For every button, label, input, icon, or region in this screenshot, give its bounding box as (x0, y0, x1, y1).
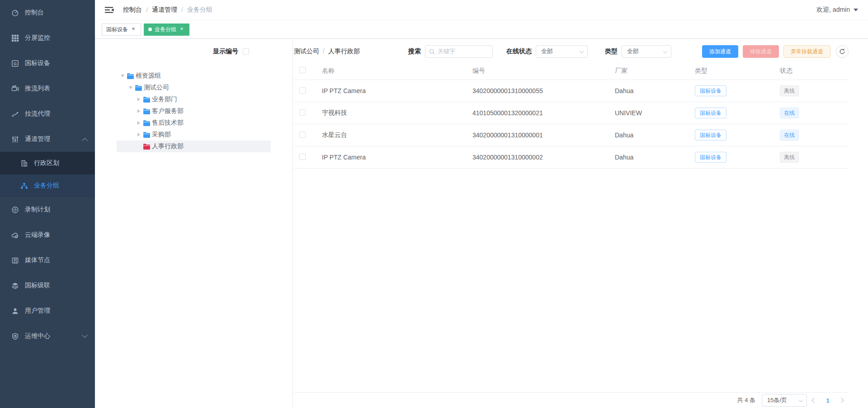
breadcrumb-item-console[interactable]: 控制台 (123, 6, 142, 14)
channel-mgmt-submenu: 行政区划 业务分组 (0, 152, 95, 197)
type-tag[interactable]: 国标设备 (695, 108, 726, 118)
sidebar-item-gb-cascade[interactable]: 国标级联 (0, 273, 95, 298)
breadcrumb-item-channel-mgmt[interactable]: 通道管理 (152, 6, 177, 14)
remove-channel-button[interactable]: 移除通道 (743, 45, 779, 58)
refresh-button[interactable] (836, 45, 849, 58)
page-size-select[interactable]: 15条/页 (762, 394, 807, 407)
sidebar-item-split-monitor[interactable]: 分屏监控 (0, 25, 95, 51)
online-status-label: 在线状态 (506, 47, 532, 56)
col-status: 状态 (780, 67, 849, 75)
col-name: 名称 (322, 67, 472, 75)
type-select[interactable]: 全部 (622, 45, 671, 58)
type-tag[interactable]: 国标设备 (695, 130, 726, 141)
sidebar-item-pull-proxy[interactable]: 拉流代理 (0, 101, 95, 127)
sidebar-item-channel-mgmt[interactable]: 通道管理 (0, 127, 95, 152)
next-page-button[interactable] (834, 399, 849, 402)
sidebar-item-user-mgmt[interactable]: 用户管理 (0, 298, 95, 324)
type-tag[interactable]: 国标设备 (695, 152, 726, 163)
table-row[interactable]: 水星云台 34020000001310000001 Dahua 国标设备 在线 (294, 124, 849, 146)
table-row[interactable]: IP PTZ Camera 34020000001310000055 Dahua… (294, 80, 849, 102)
select-all-checkbox[interactable] (299, 67, 306, 73)
sidebar-item-label: 国标级联 (25, 281, 50, 290)
sidebar-item-cloud-record[interactable]: 云端录像 (0, 222, 95, 248)
menu-fold-icon[interactable] (105, 6, 114, 14)
type-value: 全部 (627, 47, 639, 56)
row-checkbox[interactable] (299, 109, 306, 116)
status-badge: 离线 (780, 85, 799, 96)
pagination-bar: 共 4 条 15条/页 1 (294, 392, 849, 408)
tree-node-purchasing[interactable]: 采购部 (117, 129, 271, 141)
tree-node-aftersales-tech[interactable]: 售后技术部 (117, 117, 271, 129)
online-status-select[interactable]: 全部 (536, 45, 588, 58)
search-input[interactable]: 关键字 (425, 45, 493, 58)
sidebar-item-admin-region[interactable]: 行政区划 (0, 152, 95, 174)
tab-business-group[interactable]: 业务分组 × (144, 23, 189, 36)
cell-code: 41010500001320000021 (472, 109, 615, 117)
cell-code: 34020000001310000002 (472, 154, 615, 161)
breadcrumb-item-business-group: 业务分组 (187, 6, 212, 14)
search-placeholder: 关键字 (438, 47, 455, 56)
add-channel-button[interactable]: 添加通道 (702, 45, 738, 58)
active-dot-icon (148, 28, 152, 31)
resource-tree: 根资源组 测试公司 业务部门 客户服务部 售后技术部 (117, 70, 271, 152)
caret-down-icon[interactable] (127, 86, 135, 89)
breadcrumb-separator: / (181, 6, 183, 14)
current-page[interactable]: 1 (821, 397, 834, 404)
sidebar-item-label: 控制台 (25, 9, 44, 17)
user-icon (11, 307, 19, 315)
folder-icon (143, 143, 151, 150)
user-menu[interactable]: 欢迎, admin (816, 6, 858, 14)
sidebar-item-gb-device[interactable]: G 国标设备 (0, 51, 95, 76)
tree-node-business-dept[interactable]: 业务部门 (117, 94, 271, 105)
type-tag[interactable]: 国标设备 (695, 85, 726, 96)
tree-node-hr-admin[interactable]: 人事行政部 (117, 141, 271, 152)
col-vendor: 厂家 (615, 67, 695, 75)
cell-name: IP PTZ Camera (322, 154, 472, 161)
sidebar-item-push-list[interactable]: 推流列表 (0, 76, 95, 101)
row-checkbox[interactable] (299, 131, 306, 138)
row-checkbox[interactable] (299, 87, 306, 94)
sidebar-item-label: 媒体节点 (25, 256, 50, 264)
abnormal-mount-channel-button[interactable]: 异常挂载通道 (783, 45, 830, 58)
tab-label: 国标设备 (106, 26, 128, 33)
caret-right-icon[interactable] (135, 133, 143, 136)
cell-name: 宇视科技 (322, 109, 472, 117)
sidebar-item-business-group[interactable]: 业务分组 (0, 174, 95, 197)
tree-node-company[interactable]: 测试公司 (117, 82, 271, 94)
folder-icon (143, 131, 151, 138)
sidebar-item-record-plan[interactable]: 录制计划 (0, 197, 95, 222)
cell-code: 34020000001310000055 (472, 87, 615, 94)
caret-down-icon (854, 9, 858, 11)
folder-icon (143, 96, 151, 103)
tab-gb-device[interactable]: 国标设备 × (102, 23, 141, 36)
sidebar-item-label: 拉流代理 (25, 110, 50, 118)
cell-vendor: Dahua (615, 154, 695, 161)
prev-page-button[interactable] (807, 399, 821, 402)
caret-right-icon[interactable] (135, 121, 143, 125)
caret-right-icon[interactable] (135, 109, 143, 113)
table-row[interactable]: 宇视科技 41010500001320000021 UNIVIEW 国标设备 在… (294, 102, 849, 124)
sidebar-item-label: 通道管理 (25, 135, 50, 143)
sidebar-item-console[interactable]: 控制台 (0, 0, 95, 25)
caret-down-icon[interactable] (118, 75, 127, 77)
chevron-down-icon (580, 49, 584, 53)
show-code-label: 显示编号 (213, 47, 238, 56)
tree-node-root[interactable]: 根资源组 (117, 70, 271, 82)
sidebar-item-label: 推流列表 (25, 84, 50, 93)
sidebar-item-label: 云端录像 (25, 231, 50, 239)
show-code-checkbox[interactable] (243, 48, 249, 55)
breadcrumb-separator: / (146, 6, 148, 14)
tree-node-customer-service[interactable]: 客户服务部 (117, 105, 271, 117)
close-icon[interactable]: × (179, 26, 185, 33)
sidebar-item-media-node[interactable]: 媒体节点 (0, 248, 95, 273)
tree-node-label: 测试公司 (144, 84, 169, 92)
cell-vendor: UNIVIEW (615, 109, 695, 117)
layers-icon (11, 281, 19, 290)
sidebar-item-ops-center[interactable]: 运维中心 (0, 324, 95, 349)
row-checkbox[interactable] (299, 154, 306, 160)
show-code-row: 显示编号 (95, 45, 292, 58)
close-icon[interactable]: × (130, 26, 137, 33)
caret-right-icon[interactable] (135, 98, 143, 101)
chevron-up-icon (82, 137, 88, 143)
table-row[interactable]: IP PTZ Camera 34020000001310000002 Dahua… (294, 146, 849, 169)
